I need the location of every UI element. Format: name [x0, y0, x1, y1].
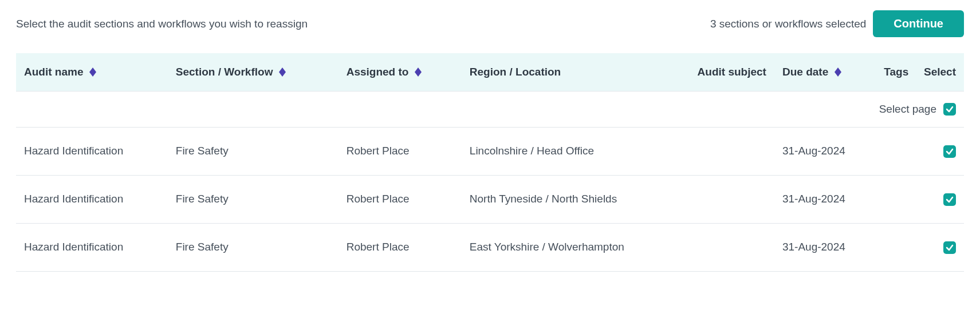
cell-region-location: North Tyneside / North Shields — [462, 175, 689, 223]
cell-due-date: 31-Aug-2024 — [774, 175, 869, 223]
svg-marker-5 — [415, 72, 422, 77]
svg-marker-1 — [89, 72, 96, 77]
cell-audit-name: Hazard Identification — [16, 128, 168, 176]
col-header-assigned-to[interactable]: Assigned to — [339, 53, 462, 92]
row-checkbox[interactable] — [943, 241, 956, 254]
cell-audit-name: Hazard Identification — [16, 223, 168, 271]
table-row: Hazard Identification Fire Safety Robert… — [16, 128, 964, 176]
col-header-select: Select — [916, 53, 964, 92]
cell-tags — [869, 128, 916, 176]
cell-audit-subject — [689, 223, 774, 271]
cell-assigned-to: Robert Place — [339, 175, 462, 223]
header-right: 3 sections or workflows selected Continu… — [710, 10, 964, 37]
cell-select — [916, 223, 964, 271]
col-header-tags: Tags — [869, 53, 916, 92]
svg-marker-3 — [279, 72, 286, 77]
cell-assigned-to: Robert Place — [339, 128, 462, 176]
page-prompt: Select the audit sections and workflows … — [16, 18, 308, 30]
cell-select — [916, 175, 964, 223]
cell-tags — [869, 175, 916, 223]
cell-select — [916, 128, 964, 176]
cell-due-date: 31-Aug-2024 — [774, 128, 869, 176]
select-page-label: Select page — [879, 103, 936, 116]
row-checkbox[interactable] — [943, 193, 956, 206]
col-label: Tags — [884, 66, 908, 78]
selection-status: 3 sections or workflows selected — [710, 18, 866, 30]
cell-region-location: Lincolnshire / Head Office — [462, 128, 689, 176]
cell-assigned-to: Robert Place — [339, 223, 462, 271]
col-label: Audit name — [24, 66, 83, 78]
svg-marker-6 — [835, 67, 841, 72]
cell-region-location: East Yorkshire / Wolverhampton — [462, 223, 689, 271]
col-label: Due date — [782, 66, 828, 78]
select-page-row: Select page — [16, 92, 964, 128]
sort-icon — [89, 67, 97, 77]
col-label: Region / Location — [470, 66, 561, 78]
table-row: Hazard Identification Fire Safety Robert… — [16, 223, 964, 271]
continue-button[interactable]: Continue — [873, 10, 964, 37]
col-header-section-workflow[interactable]: Section / Workflow — [168, 53, 339, 92]
header-bar: Select the audit sections and workflows … — [16, 10, 964, 37]
col-label: Section / Workflow — [176, 66, 273, 78]
cell-audit-subject — [689, 175, 774, 223]
row-checkbox[interactable] — [943, 145, 956, 158]
sort-icon — [414, 67, 422, 77]
col-header-audit-subject: Audit subject — [689, 53, 774, 92]
svg-marker-0 — [89, 67, 96, 72]
audit-table: Audit name Section / Workflow — [16, 53, 964, 272]
sort-icon — [278, 67, 286, 77]
cell-audit-name: Hazard Identification — [16, 175, 168, 223]
col-label: Audit subject — [698, 66, 766, 78]
cell-tags — [869, 223, 916, 271]
col-label: Select — [924, 66, 956, 78]
cell-section-workflow: Fire Safety — [168, 175, 339, 223]
sort-icon — [834, 67, 842, 77]
table-row: Hazard Identification Fire Safety Robert… — [16, 175, 964, 223]
col-header-audit-name[interactable]: Audit name — [16, 53, 168, 92]
svg-marker-2 — [279, 67, 286, 72]
col-header-region-location: Region / Location — [462, 53, 689, 92]
cell-audit-subject — [689, 128, 774, 176]
cell-section-workflow: Fire Safety — [168, 128, 339, 176]
table-header-row: Audit name Section / Workflow — [16, 53, 964, 92]
svg-marker-7 — [835, 72, 841, 77]
col-label: Assigned to — [347, 66, 409, 78]
cell-due-date: 31-Aug-2024 — [774, 223, 869, 271]
cell-section-workflow: Fire Safety — [168, 223, 339, 271]
col-header-due-date[interactable]: Due date — [774, 53, 869, 92]
svg-marker-4 — [415, 67, 422, 72]
select-page-checkbox[interactable] — [943, 103, 956, 116]
